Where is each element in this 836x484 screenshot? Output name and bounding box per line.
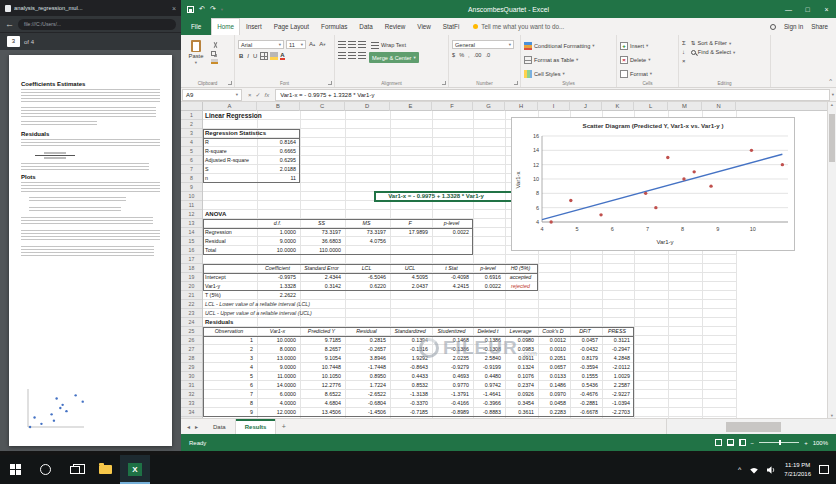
hidden-icons-caret[interactable]: ^: [738, 466, 741, 473]
cell-r27c1[interactable]: 8.0000: [258, 345, 297, 354]
clear-icon[interactable]: ×: [682, 58, 686, 65]
close-tab-icon[interactable]: ×: [172, 5, 176, 12]
column-header-a[interactable]: A: [203, 102, 257, 111]
column-header-e[interactable]: E: [390, 102, 432, 111]
cell-r31c8[interactable]: 0.1486: [539, 381, 567, 390]
cell-r20c2[interactable]: 0.3142: [301, 282, 342, 291]
dialog-launcher-icon[interactable]: [228, 81, 232, 85]
cell-r33c10[interactable]: -1.0394: [603, 399, 631, 408]
column-header-k[interactable]: K: [602, 102, 634, 111]
next-sheet-icon[interactable]: ▸: [195, 423, 198, 430]
cell-r19c3[interactable]: -6.5046: [346, 273, 387, 282]
row-header-2[interactable]: 2: [181, 120, 202, 129]
cell-r28c9[interactable]: 0.8179: [571, 354, 599, 363]
tab-review[interactable]: Review: [379, 18, 412, 35]
cell-r30c6[interactable]: 0.4480: [474, 372, 502, 381]
row-header-16[interactable]: 16: [181, 246, 202, 255]
cell-r32c2[interactable]: 8.6522: [301, 390, 342, 399]
cell-r27c10[interactable]: -0.2947: [603, 345, 631, 354]
cell-r25c8[interactable]: Cook's D: [539, 327, 567, 336]
row-header-13[interactable]: 13: [181, 219, 202, 228]
cell-r31c3[interactable]: 1.7224: [346, 381, 387, 390]
sheet-tab-data[interactable]: Data: [204, 419, 236, 434]
cell-r1c0[interactable]: Linear Regression: [204, 111, 254, 120]
merge-center-button[interactable]: Merge & Center ▾: [369, 52, 419, 63]
cell-r24c0[interactable]: Residuals: [204, 318, 254, 327]
url-field[interactable]: file:///C:/Users/...: [18, 19, 176, 30]
cell-r15c3[interactable]: 4.0756: [346, 237, 387, 246]
row-header-5[interactable]: 5: [181, 147, 202, 156]
cell-r25c2[interactable]: Predicted Y: [301, 327, 342, 336]
cell-r21c1[interactable]: 2.2622: [258, 291, 297, 300]
comma-style-icon[interactable]: ,: [468, 52, 470, 58]
cell-r20c6[interactable]: 0.0022: [474, 282, 502, 291]
row-header-20[interactable]: 20: [181, 282, 202, 291]
cell-r32c6[interactable]: -1.4641: [474, 390, 502, 399]
cell-r19c1[interactable]: -0.9975: [258, 273, 297, 282]
align-center-icon[interactable]: [348, 52, 356, 59]
cell-r33c7[interactable]: 0.3454: [506, 399, 535, 408]
zoom-slider[interactable]: [759, 442, 799, 443]
row-header-19[interactable]: 19: [181, 273, 202, 282]
insert-function-icon[interactable]: fx: [265, 92, 270, 98]
row-header-33[interactable]: 33: [181, 399, 202, 408]
tell-me-box[interactable]: Tell me what you want to do...: [465, 18, 572, 35]
cell-r30c3[interactable]: 0.8950: [346, 372, 387, 381]
cell-r34c5[interactable]: -0.8989: [433, 408, 470, 417]
cell-r28c8[interactable]: 0.2051: [539, 354, 567, 363]
cell-r31c9[interactable]: 0.5436: [571, 381, 599, 390]
cell-r31c5[interactable]: 0.9770: [433, 381, 470, 390]
cell-r20c5[interactable]: 4.2415: [433, 282, 470, 291]
cortana-search-button[interactable]: [30, 455, 60, 484]
cell-r27c8[interactable]: 0.0010: [539, 345, 567, 354]
cell-r32c8[interactable]: 0.0970: [539, 390, 567, 399]
cell-r13c1[interactable]: d.f.: [258, 219, 297, 228]
cell-r29c1[interactable]: 9.0000: [258, 363, 297, 372]
cancel-icon[interactable]: ×: [248, 92, 252, 98]
autosum-icon[interactable]: Σ: [682, 40, 686, 47]
delete-cells-button[interactable]: × Delete ▾: [620, 53, 652, 66]
scrollbar-thumb[interactable]: [829, 114, 835, 162]
cell-r22c0[interactable]: LCL - Lower value of a reliable interval…: [204, 300, 464, 309]
tab-view[interactable]: View: [411, 18, 437, 35]
underline-button[interactable]: U: [252, 52, 258, 60]
tab-home[interactable]: Home: [211, 18, 240, 35]
cell-r15c0[interactable]: Residual: [204, 237, 254, 246]
volume-icon[interactable]: [767, 466, 776, 474]
cell-r7c0[interactable]: S: [204, 165, 254, 174]
cell-r16c2[interactable]: 110.0000: [301, 246, 342, 255]
cell-r32c1[interactable]: 6.0000: [258, 390, 297, 399]
cell-r33c5[interactable]: -0.4166: [433, 399, 470, 408]
cell-r12c0[interactable]: ANOVA: [204, 210, 254, 219]
cell-r14c5[interactable]: 0.0022: [433, 228, 470, 237]
zoom-in-icon[interactable]: +: [804, 440, 808, 446]
cell-r13c2[interactable]: SS: [301, 219, 342, 228]
cell-r34c1[interactable]: 12.0000: [258, 408, 297, 417]
cell-r8c0[interactable]: n: [204, 174, 254, 183]
align-right-icon[interactable]: [358, 52, 366, 59]
zoom-out-icon[interactable]: −: [751, 440, 755, 446]
row-header-22[interactable]: 22: [181, 300, 202, 309]
cell-r32c10[interactable]: -2.9227: [603, 390, 631, 399]
cell-r28c3[interactable]: 3.8946: [346, 354, 387, 363]
row-header-12[interactable]: 12: [181, 210, 202, 219]
cell-r18c1[interactable]: Coefficient: [258, 264, 297, 273]
row-header-17[interactable]: 17: [181, 255, 202, 264]
page-layout-view-icon[interactable]: [727, 439, 734, 446]
cell-r32c5[interactable]: -1.3791: [433, 390, 470, 399]
cell-r29c2[interactable]: 10.7448: [301, 363, 342, 372]
cell-r25c7[interactable]: Leverage: [506, 327, 535, 336]
cell-r29c7[interactable]: 0.1324: [506, 363, 535, 372]
align-middle-icon[interactable]: [348, 41, 356, 48]
accounting-format-icon[interactable]: $: [452, 52, 455, 58]
cell-styles-button[interactable]: Cell Styles ▾: [524, 67, 595, 80]
fill-icon[interactable]: ↓: [682, 49, 686, 56]
column-header-g[interactable]: G: [473, 102, 505, 111]
cell-r32c0[interactable]: 7: [204, 390, 254, 399]
cell-r32c4[interactable]: -1.3138: [391, 390, 429, 399]
cell-r4c0[interactable]: R: [204, 138, 254, 147]
tab-insert[interactable]: Insert: [240, 18, 268, 35]
cell-r19c6[interactable]: 0.6916: [474, 273, 502, 282]
tab-file[interactable]: File: [181, 18, 211, 35]
cell-r23c0[interactable]: UCL - Upper value of a reliable interval…: [204, 309, 464, 318]
